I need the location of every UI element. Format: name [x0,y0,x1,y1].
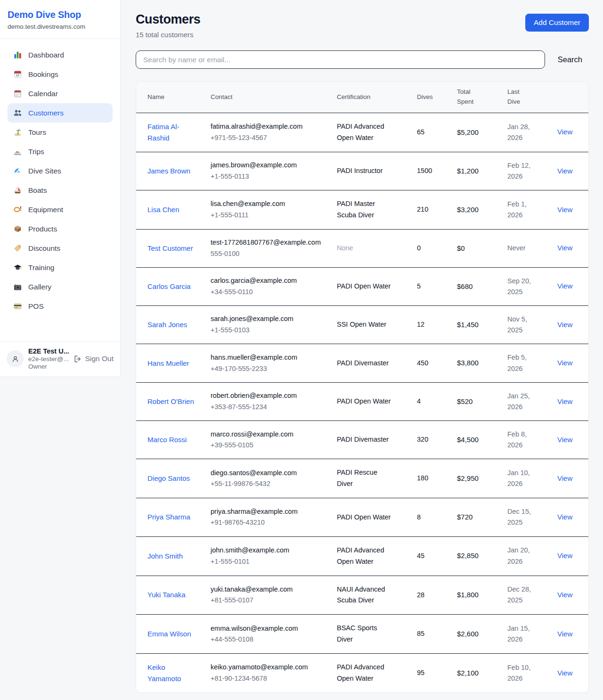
customer-total-spent: $5,200 [451,113,502,152]
customer-dives: 1500 [411,152,451,190]
customer-phone: +81-90-1234-5678 [211,674,326,684]
customer-dives: 5 [411,267,451,305]
sidebar-item-label: Calendar [28,90,58,98]
sign-out-button[interactable]: Sign Out [73,354,114,363]
customer-email: lisa.chen@example.com [211,199,326,209]
customer-name-link[interactable]: John Smith [147,551,183,562]
view-link[interactable]: View [557,552,572,560]
spiral-calendar-icon [13,89,22,98]
sidebar: Demo Dive Shop demo.test.divestreams.com… [0,0,121,377]
customer-last-dive: Dec 28, 2025 [507,584,537,606]
customer-certification: PADI Advanced Open Water [337,662,391,684]
sidebar-item-boats[interactable]: Boats [8,181,113,200]
brand-name[interactable]: Demo Dive Shop [8,9,113,20]
view-link[interactable]: View [557,282,572,290]
sidebar-item-dive-sites[interactable]: Dive Sites [8,161,113,181]
customer-total-spent: $4,500 [451,421,502,459]
customer-last-dive: Feb 1, 2026 [507,199,537,221]
sidebar-item-training[interactable]: Training [8,258,113,277]
package-icon [13,224,22,233]
customer-last-dive: Nov 5, 2025 [507,314,537,336]
sidebar-item-gallery[interactable]: Gallery [8,277,113,296]
sidebar-item-pos[interactable]: POS [8,296,113,316]
customer-phone: 555-0100 [211,249,326,259]
customer-total-spent: $720 [451,498,502,536]
customer-certification: PADI Master Scuba Diver [337,198,391,221]
customer-dives: 28 [411,576,451,615]
customer-name-link[interactable]: Hans Mueller [147,358,189,369]
table-row: John Smith john.smith@example.com +1-555… [136,536,588,576]
customer-last-dive: Feb 12, 2026 [507,160,537,182]
table-row: Yuki Tanaka yuki.tanaka@example.com +81-… [136,576,588,615]
customer-name-link[interactable]: Diego Santos [147,473,190,484]
customer-name-link[interactable]: Priya Sharma [147,511,190,523]
customer-name-link[interactable]: Marco Rossi [147,434,187,445]
view-link[interactable]: View [557,669,572,677]
view-link[interactable]: View [557,474,572,482]
user-box: E2E Test U... e2e-tester@... Owner Sign … [0,341,120,377]
customer-name-link[interactable]: Keiko Yamamoto [147,662,199,684]
table-row: Sarah Jones sarah.jones@example.com +1-5… [136,305,588,344]
customer-phone: +81-555-0107 [211,595,326,606]
customer-name-link[interactable]: Fatima Al-Rashid [147,121,199,144]
graduation-cap-icon [13,263,22,272]
customer-name-link[interactable]: Carlos Garcia [147,281,191,292]
brand-domain: demo.test.divestreams.com [8,23,113,30]
wave-icon [13,166,22,175]
view-link[interactable]: View [557,167,572,175]
sidebar-item-tours[interactable]: Tours [8,123,113,142]
sidebar-item-products[interactable]: Products [8,219,113,239]
sidebar-item-bookings[interactable]: 17 Bookings [8,65,113,84]
dive-mask-icon [13,205,22,214]
sidebar-nav: Dashboard 17 Bookings Calendar Customers… [0,39,120,316]
view-link[interactable]: View [557,206,572,214]
customer-name-link[interactable]: Emma Wilson [147,628,191,640]
view-link[interactable]: View [557,591,572,599]
sidebar-item-dashboard[interactable]: Dashboard [8,45,113,65]
search-input[interactable] [136,50,545,69]
customer-last-dive: Never [507,243,526,254]
customer-dives: 12 [411,305,451,344]
customer-email: marco.rossi@example.com [211,429,326,440]
customer-last-dive: Jan 28, 2026 [507,122,537,143]
table-row: Marco Rossi marco.rossi@example.com +39-… [136,421,588,459]
page-header: Customers 15 total customers Add Custome… [136,12,589,39]
add-customer-button[interactable]: Add Customer [525,14,589,32]
view-link[interactable]: View [557,128,572,136]
view-link[interactable]: View [557,321,572,329]
customer-email: emma.wilson@example.com [211,624,326,634]
view-link[interactable]: View [557,397,572,405]
customer-total-spent: $2,100 [451,654,502,693]
sidebar-item-label: Equipment [28,206,63,214]
customer-name-link[interactable]: Test Customer [147,243,193,254]
customer-dives: 4 [411,382,451,420]
view-link[interactable]: View [557,244,572,252]
table-header-row: NameContactCertificationDivesTotal Spent… [136,82,588,113]
customer-total-spent: $680 [451,267,502,305]
customer-name-link[interactable]: Yuki Tanaka [147,589,186,601]
table-row: Priya Sharma priya.sharma@example.com +9… [136,498,588,536]
column-header: Certification [331,82,411,113]
table-row: Diego Santos diego.santos@example.com +5… [136,459,588,498]
view-link[interactable]: View [557,630,572,638]
sidebar-item-equipment[interactable]: Equipment [8,200,113,219]
view-link[interactable]: View [557,436,572,444]
sidebar-item-calendar[interactable]: Calendar [8,84,113,103]
sidebar-item-discounts[interactable]: Discounts [8,239,113,258]
app-root: Demo Dive Shop demo.test.divestreams.com… [0,0,603,693]
view-link[interactable]: View [557,513,572,521]
customer-certification: PADI Divemaster [337,434,389,445]
sidebar-item-trips[interactable]: Trips [8,142,113,161]
customer-name-link[interactable]: Lisa Chen [147,204,179,215]
customer-phone: +1-555-0103 [211,325,326,336]
customer-name-link[interactable]: Sarah Jones [147,319,187,330]
user-meta: E2E Test U... e2e-tester@... Owner [28,347,68,370]
customer-name-link[interactable]: James Brown [147,165,190,177]
column-header: Dives [411,82,451,113]
customer-certification: BSAC Sports Diver [337,623,391,645]
view-link[interactable]: View [557,359,572,367]
sidebar-item-customers[interactable]: Customers [8,103,113,123]
search-button[interactable]: Search [558,55,582,64]
customer-name-link[interactable]: Robert O'Brien [147,396,194,407]
camera-icon [13,282,22,291]
